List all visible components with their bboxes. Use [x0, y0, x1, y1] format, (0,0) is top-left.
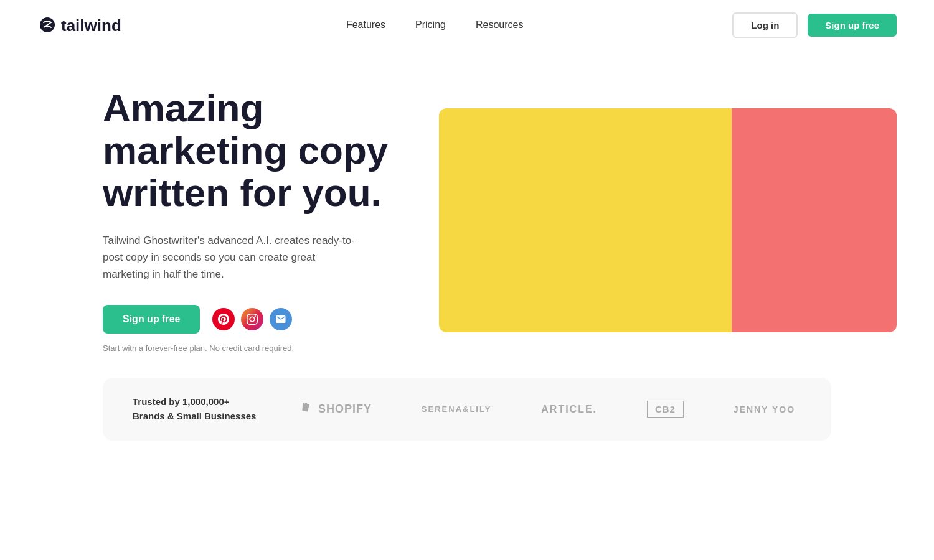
hero-image: [439, 108, 897, 332]
hero-sub-text: Start with a forever-free plan. No credi…: [103, 343, 402, 353]
brand-logos: Shopify SERENA&LILY ARTICLE. CB2 JENNY Y…: [295, 401, 801, 418]
brand-article: ARTICLE.: [541, 404, 597, 415]
brand-shopify: Shopify: [301, 403, 372, 416]
hero-cta-row: Sign up free: [103, 305, 402, 334]
nav-resources[interactable]: Resources: [476, 19, 523, 30]
login-button[interactable]: Log in: [732, 12, 798, 38]
logo[interactable]: tailwind: [37, 11, 137, 39]
nav-actions: Log in Sign up free: [732, 12, 897, 38]
nav-features[interactable]: Features: [346, 19, 385, 30]
main-nav: Features Pricing Resources: [346, 19, 524, 30]
svg-text:tailwind: tailwind: [61, 16, 121, 35]
signup-button-header[interactable]: Sign up free: [808, 14, 897, 37]
hero-image-yellow: [439, 108, 732, 332]
hero-image-red: [732, 108, 897, 332]
site-header: tailwind Features Pricing Resources Log …: [0, 0, 934, 50]
hero-description: Tailwind Ghostwriter's advanced A.I. cre…: [103, 232, 364, 283]
hero-section: Amazing marketing copy written for you. …: [0, 50, 934, 378]
email-icon[interactable]: [270, 308, 292, 330]
signup-button-hero[interactable]: Sign up free: [103, 305, 200, 334]
trusted-wrapper: Trusted by 1,000,000+ Brands & Small Bus…: [0, 378, 934, 478]
shopify-label: Shopify: [318, 403, 372, 416]
brand-jenny: JENNY YOO: [734, 404, 795, 414]
pinterest-icon[interactable]: [212, 308, 235, 330]
hero-text-block: Amazing marketing copy written for you. …: [103, 87, 402, 353]
trusted-section: Trusted by 1,000,000+ Brands & Small Bus…: [103, 378, 831, 441]
brand-serena: SERENA&LILY: [422, 404, 492, 414]
brand-cb2: CB2: [647, 401, 684, 418]
instagram-icon[interactable]: [241, 308, 263, 330]
nav-pricing[interactable]: Pricing: [415, 19, 446, 30]
hero-title: Amazing marketing copy written for you.: [103, 87, 402, 215]
trusted-text: Trusted by 1,000,000+ Brands & Small Bus…: [133, 395, 257, 423]
social-icons-row: [212, 308, 292, 330]
